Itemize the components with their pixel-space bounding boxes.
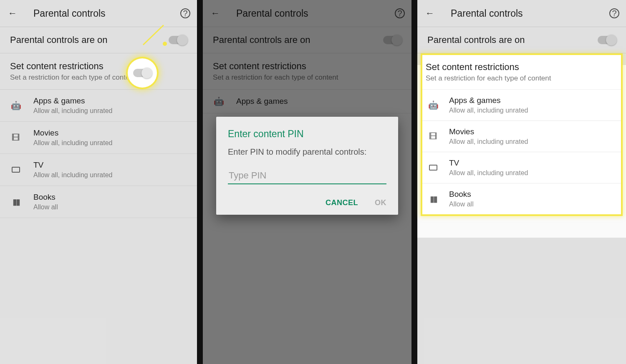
page-title: Parental controls bbox=[33, 8, 180, 19]
item-label: Books bbox=[449, 190, 474, 199]
parental-status-row[interactable]: Parental controls are on bbox=[0, 27, 197, 53]
item-apps-games[interactable]: Apps & games Allow all, including unrate… bbox=[422, 90, 621, 121]
parental-status-label: Parental controls are on bbox=[427, 35, 525, 45]
item-sub: Allow all bbox=[33, 203, 58, 211]
item-label: Movies bbox=[449, 127, 528, 136]
back-icon[interactable]: ← bbox=[424, 8, 436, 19]
cancel-button[interactable]: CANCEL bbox=[326, 198, 358, 207]
book-icon bbox=[10, 197, 22, 207]
item-sub: Allow all, including unrated bbox=[449, 107, 528, 114]
item-sub: Allow all, including unrated bbox=[449, 169, 528, 177]
item-label: Apps & games bbox=[236, 97, 288, 106]
parental-status-label: Parental controls are on bbox=[213, 35, 310, 45]
dim-overlay bbox=[417, 238, 626, 364]
item-movies[interactable]: Movies Allow all, including unrated bbox=[422, 121, 621, 152]
tv-icon bbox=[427, 163, 439, 173]
android-icon bbox=[427, 100, 439, 110]
restrictions-title: Set content restrictions bbox=[213, 61, 401, 72]
parental-toggle[interactable] bbox=[383, 36, 401, 44]
parental-status-row[interactable]: Parental controls are on bbox=[417, 27, 626, 53]
restrictions-header: Set content restrictions Set a restricti… bbox=[203, 53, 411, 90]
item-label: Apps & games bbox=[449, 96, 528, 105]
parental-status-row[interactable]: Parental controls are on bbox=[203, 27, 411, 53]
parental-toggle[interactable] bbox=[598, 36, 616, 44]
dialog-message: Enter PIN to modify parental controls: bbox=[228, 146, 386, 158]
item-apps-games[interactable]: Apps & games Allow all, including unrate… bbox=[0, 90, 197, 122]
screenshot-1: ← Parental controls ? Parental controls … bbox=[0, 0, 197, 364]
parental-toggle-highlighted[interactable] bbox=[133, 69, 151, 77]
android-icon bbox=[10, 100, 22, 110]
page-title: Parental controls bbox=[451, 8, 609, 19]
screenshot-3: ← Parental controls ? Parental controls … bbox=[417, 0, 626, 364]
page-title: Parental controls bbox=[236, 8, 395, 19]
item-label: TV bbox=[449, 158, 528, 168]
restrictions-header: Set content restrictions Set a restricti… bbox=[422, 55, 621, 90]
item-books[interactable]: Books Allow all bbox=[0, 186, 197, 218]
restrictions-header: Set content restrictions Set a restricti… bbox=[0, 53, 197, 90]
item-label: Books bbox=[33, 193, 58, 202]
restrictions-list: Apps & games bbox=[203, 90, 411, 113]
restrictions-subtitle: Set a restriction for each type of conte… bbox=[213, 73, 401, 82]
parental-status-label: Parental controls are on bbox=[10, 35, 108, 45]
item-apps-games[interactable]: Apps & games bbox=[203, 90, 411, 113]
tv-icon bbox=[10, 165, 22, 175]
ok-button[interactable]: OK bbox=[375, 198, 386, 207]
item-tv[interactable]: TV Allow all, including unrated bbox=[0, 154, 197, 186]
android-icon bbox=[213, 96, 225, 106]
screenshot-2: ← Parental controls ? Parental controls … bbox=[203, 0, 411, 364]
pin-input[interactable] bbox=[228, 168, 386, 184]
item-label: Apps & games bbox=[33, 96, 112, 105]
help-icon[interactable]: ? bbox=[609, 8, 619, 18]
parental-toggle[interactable] bbox=[169, 36, 187, 44]
item-label: Movies bbox=[33, 128, 112, 138]
item-tv[interactable]: TV Allow all, including unrated bbox=[422, 152, 621, 183]
appbar: ← Parental controls ? bbox=[0, 0, 197, 27]
callout-dot bbox=[163, 42, 167, 46]
item-sub: Allow all, including unrated bbox=[33, 107, 112, 115]
restrictions-subtitle: Set a restriction for each type of conte… bbox=[426, 74, 618, 83]
callout-highlight-toggle bbox=[128, 58, 157, 88]
appbar: ← Parental controls ? bbox=[417, 0, 626, 27]
appbar: ← Parental controls ? bbox=[203, 0, 411, 27]
movie-icon bbox=[427, 132, 439, 141]
item-sub: Allow all, including unrated bbox=[449, 138, 528, 146]
restrictions-subtitle: Set a restriction for each type of conte… bbox=[10, 73, 187, 82]
item-sub: Allow all, including unrated bbox=[33, 171, 112, 179]
divider bbox=[197, 0, 203, 364]
item-sub: Allow all bbox=[449, 201, 474, 208]
restrictions-title: Set content restrictions bbox=[10, 61, 187, 72]
item-label: TV bbox=[33, 161, 112, 170]
item-movies[interactable]: Movies Allow all, including unrated bbox=[0, 122, 197, 154]
restrictions-list: Apps & games Allow all, including unrate… bbox=[0, 90, 197, 218]
restrictions-title: Set content restrictions bbox=[426, 62, 618, 73]
help-icon[interactable]: ? bbox=[180, 8, 190, 18]
back-icon[interactable]: ← bbox=[210, 8, 221, 19]
restrictions-highlight-box: Set content restrictions Set a restricti… bbox=[421, 53, 623, 216]
movie-icon bbox=[10, 133, 22, 143]
book-icon bbox=[427, 194, 439, 204]
item-books[interactable]: Books Allow all bbox=[422, 183, 621, 214]
help-icon[interactable]: ? bbox=[395, 8, 405, 18]
back-icon[interactable]: ← bbox=[7, 8, 18, 19]
item-sub: Allow all, including unrated bbox=[33, 139, 112, 147]
pin-dialog: Enter content PIN Enter PIN to modify pa… bbox=[216, 117, 398, 215]
dialog-title: Enter content PIN bbox=[228, 128, 386, 140]
divider bbox=[411, 0, 417, 364]
